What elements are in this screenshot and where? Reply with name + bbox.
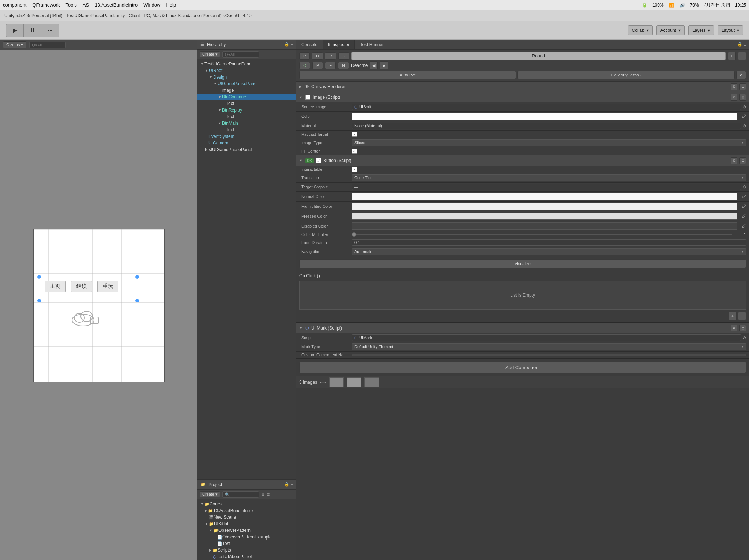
visualize-button[interactable]: Visualize	[299, 259, 746, 268]
c-button[interactable]: C	[299, 62, 310, 69]
step-button[interactable]: ⏭	[41, 24, 59, 37]
on-click-add-button[interactable]: +	[729, 312, 737, 320]
menu-as[interactable]: AS	[83, 2, 89, 8]
tree-item-image[interactable]: Image	[197, 87, 296, 94]
layers-dropdown[interactable]: Layers ▾	[688, 25, 714, 35]
script-value[interactable]: ⬡ UIMark	[352, 334, 741, 341]
img-thumb-3[interactable]	[364, 377, 379, 387]
menu-tools[interactable]: Tools	[65, 2, 76, 8]
proj-course[interactable]: ▼ 📁 Course	[197, 501, 296, 507]
pause-button[interactable]: ⏸	[24, 24, 41, 37]
tree-item-btncontinue[interactable]: ▼ BtnContinue	[197, 94, 296, 100]
tab-testrunner[interactable]: Test Runner	[355, 40, 389, 49]
arr-left-button[interactable]: ◀	[370, 61, 378, 69]
called-by-editor-button[interactable]: CalledByEditor()	[517, 71, 734, 79]
interactable-checkbox[interactable]: ✓	[352, 167, 357, 172]
tree-item-uigame[interactable]: ▼ UIGamePausePanel	[197, 80, 296, 87]
on-click-remove-button[interactable]: −	[738, 312, 746, 320]
round-button[interactable]: Round	[351, 52, 726, 60]
s-button[interactable]: S	[338, 52, 349, 60]
tree-item-design[interactable]: ▼ Design	[197, 74, 296, 80]
color-multiplier-slider[interactable]	[352, 234, 732, 235]
gizmos-button[interactable]: Gizmos ▾	[3, 41, 26, 48]
tree-item-btnmain[interactable]: ▼ BtnMain	[197, 120, 296, 127]
img-thumb-1[interactable]	[329, 377, 344, 387]
collab-dropdown[interactable]: Collab ▾	[628, 25, 653, 35]
ui-mark-gear-icon[interactable]: ⚙	[739, 325, 746, 331]
button-enabled-checkbox[interactable]: ✓	[316, 158, 321, 163]
ui-mark-header[interactable]: ▼ ⬡ UI Mark (Script) ⧉ ⚙	[296, 323, 749, 333]
disabled-color-picker-icon[interactable]: 🖊	[742, 223, 746, 229]
image-gear-icon[interactable]: ⚙	[739, 94, 746, 101]
material-value[interactable]: None (Material)	[352, 123, 741, 129]
hierarchy-menu-icon[interactable]: ≡	[291, 42, 293, 47]
tree-item-text2[interactable]: Text	[197, 113, 296, 120]
hierarchy-tab[interactable]: Hierarchy	[207, 42, 226, 47]
project-menu-icon[interactable]: ≡	[291, 482, 293, 487]
project-search[interactable]	[222, 491, 259, 498]
image-type-dropdown[interactable]: Sliced ▾	[352, 139, 746, 146]
f-button[interactable]: F	[325, 62, 336, 69]
ui-mark-copy-icon[interactable]: ⧉	[731, 325, 737, 331]
project-tab[interactable]: Project	[208, 482, 222, 487]
tree-item-text3[interactable]: Text	[197, 127, 296, 133]
scene-canvas[interactable]: 主页 继续 重玩	[0, 50, 197, 560]
fill-center-checkbox[interactable]: ✓	[352, 149, 357, 154]
disabled-color-field[interactable]	[352, 222, 737, 230]
scene-search[interactable]	[29, 42, 66, 48]
account-dropdown[interactable]: Account ▾	[656, 25, 685, 35]
layout-dropdown[interactable]: Layout ▾	[718, 25, 743, 35]
menu-help[interactable]: Help	[166, 2, 176, 8]
p-button[interactable]: P	[299, 52, 310, 60]
images-resize-icon[interactable]: ⟺	[320, 380, 326, 385]
tree-item-uicamera[interactable]: UICamera	[197, 140, 296, 146]
color-field[interactable]	[352, 113, 737, 120]
play-button[interactable]: ▶	[6, 24, 24, 37]
transition-dropdown[interactable]: Color Tint ▾	[352, 174, 746, 181]
n-button[interactable]: N	[338, 62, 349, 69]
p2-button[interactable]: P	[312, 62, 323, 69]
tree-item-btnreplay[interactable]: ▼ BtnReplay	[197, 107, 296, 113]
canvas-renderer-header[interactable]: ▶ 👁 Canvas Renderer ⧉ ⚙	[296, 82, 749, 92]
img-thumb-2[interactable]	[347, 377, 361, 387]
c-key-button[interactable]: c	[736, 71, 746, 79]
hierarchy-search[interactable]	[222, 51, 259, 58]
menu-assetbundle[interactable]: 13.AssetBundleIntro	[95, 2, 138, 8]
proj-aboutpanel[interactable]: ⬡ TestUIAboutPanel	[197, 553, 296, 560]
button-script-header[interactable]: ▼ OK ✓ Button (Script) ⧉ ⚙	[296, 155, 749, 166]
target-graphic-value[interactable]: —	[352, 184, 741, 190]
hierarchy-lock-icon[interactable]: 🔒	[284, 42, 289, 47]
proj-test[interactable]: 📄 Test	[197, 540, 296, 547]
proj-observer[interactable]: ▼ 📁 ObserverPattern	[197, 527, 296, 534]
normal-color-picker-icon[interactable]: 🖊	[742, 194, 746, 199]
normal-color-field[interactable]	[352, 193, 737, 200]
tree-item-testui-root[interactable]: ▼ TestUIGamePausePanel	[197, 61, 296, 67]
menu-qframework[interactable]: QFramework	[32, 2, 60, 8]
project-create-btn[interactable]: Create ▾	[200, 491, 220, 497]
arr-right-button[interactable]: ▶	[380, 61, 388, 69]
project-icon1[interactable]: ⬇	[261, 492, 265, 497]
source-image-target-icon[interactable]: ⊙	[742, 104, 746, 109]
proj-scripts[interactable]: ▶ 📁 Scripts	[197, 547, 296, 553]
image-script-header[interactable]: ▼ ✓ Image (Script) ⧉ ⚙	[296, 92, 749, 102]
tree-item-eventsystem[interactable]: EventSystem	[197, 133, 296, 140]
tab-inspector[interactable]: ℹ Inspector	[323, 40, 355, 49]
proj-assetbundle[interactable]: ▶ 📁 13.AssetBundleIntro	[197, 507, 296, 514]
source-image-value[interactable]: ⬡ UISprite	[352, 104, 741, 110]
plus-icon-button[interactable]: +	[728, 52, 736, 60]
color-picker-icon[interactable]: 🖊	[742, 114, 746, 119]
project-lock-icon[interactable]: 🔒	[284, 482, 289, 487]
project-icon2[interactable]: ≡	[267, 492, 270, 497]
d-button[interactable]: D	[312, 52, 323, 60]
raycast-checkbox[interactable]: ✓	[352, 132, 357, 137]
pressed-color-field[interactable]	[352, 213, 737, 220]
image-copy-icon[interactable]: ⧉	[731, 94, 737, 101]
image-enabled-checkbox[interactable]: ✓	[305, 95, 310, 100]
button-copy-icon[interactable]: ⧉	[731, 157, 737, 164]
navigation-dropdown[interactable]: Automatic ▾	[352, 248, 746, 255]
menu-window[interactable]: Window	[143, 2, 160, 8]
canvas-gear-icon[interactable]: ⚙	[739, 83, 746, 90]
menu-component[interactable]: component	[3, 2, 26, 8]
target-graphic-icon[interactable]: ⊙	[742, 184, 746, 189]
highlighted-color-picker-icon[interactable]: 🖊	[742, 204, 746, 209]
